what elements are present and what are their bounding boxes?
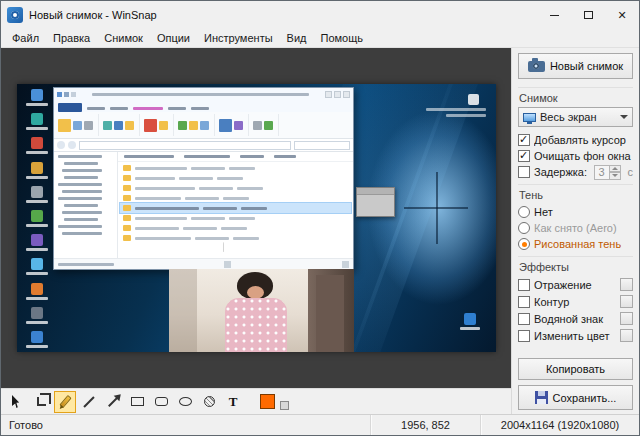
shadow-section: Тень Нет Как снято (Aero) Рисованная тен…	[518, 184, 633, 252]
rounded-rectangle-icon	[155, 397, 168, 406]
add-cursor-label: Добавлять курсор	[534, 134, 633, 146]
shadow-aero-row[interactable]: Как снято (Aero)	[518, 220, 633, 236]
tool-rectangle[interactable]	[126, 391, 148, 413]
monitor-icon	[523, 113, 536, 122]
menu-help[interactable]: Помощь	[313, 30, 370, 46]
explorer-window	[53, 87, 354, 270]
color-swatch	[260, 394, 275, 409]
desktop-icon	[26, 307, 48, 324]
small-gray-window	[356, 187, 395, 217]
text-icon	[229, 394, 238, 410]
blur-icon	[204, 396, 215, 407]
menu-view[interactable]: Вид	[280, 30, 314, 46]
crop-icon	[37, 397, 46, 406]
settings-panel: Новый снимок Снимок Весь экран Добавлять…	[511, 48, 639, 414]
rectangle-icon	[131, 397, 144, 406]
save-button[interactable]: Сохранить...	[518, 385, 633, 410]
tool-cursor[interactable]	[6, 391, 28, 413]
menu-capture[interactable]: Снимок	[97, 30, 150, 46]
desktop-icons	[21, 89, 53, 348]
shadow-section-title: Тень	[519, 189, 633, 201]
outline-label: Контур	[534, 296, 616, 308]
tool-rounded-rectangle[interactable]	[150, 391, 172, 413]
effect-watermark-row[interactable]: Водяной знак	[518, 310, 633, 327]
desktop-icon	[26, 162, 48, 179]
tool-text[interactable]	[222, 391, 244, 413]
menu-edit[interactable]: Правка	[46, 30, 97, 46]
spin-up-button[interactable]	[610, 165, 621, 173]
reflection-checkbox[interactable]	[518, 279, 530, 291]
capture-section: Снимок Весь экран Добавлять курсор Очища…	[518, 87, 633, 180]
menu-file[interactable]: Файл	[5, 30, 46, 46]
shadow-drawn-row[interactable]: Рисованная тень	[518, 236, 633, 252]
effect-reflection-row[interactable]: Отражение	[518, 276, 633, 293]
delay-spinner[interactable]: 3	[594, 165, 621, 180]
delay-checkbox[interactable]	[518, 166, 530, 178]
tool-blur[interactable]	[198, 391, 220, 413]
titlebar[interactable]: Новый снимок - WinSnap ✕	[1, 1, 639, 29]
delay-unit: с	[628, 166, 634, 178]
effects-section: Эффекты Отражение Контур Водяной знак	[518, 256, 633, 344]
watermark-label: Водяной знак	[534, 313, 616, 325]
shadow-drawn-radio[interactable]	[518, 238, 530, 250]
reflection-settings-button[interactable]	[620, 278, 633, 291]
shadow-none-row[interactable]: Нет	[518, 204, 633, 220]
tool-line[interactable]	[78, 391, 100, 413]
secondary-color-swatch[interactable]	[280, 401, 289, 410]
desktop-icon	[26, 89, 48, 106]
copy-button[interactable]: Копировать	[518, 358, 633, 380]
capture-section-title: Снимок	[519, 92, 633, 104]
tool-crop[interactable]	[30, 391, 52, 413]
colorize-settings-button[interactable]	[620, 329, 633, 342]
clear-background-row[interactable]: Очищать фон окна	[518, 148, 633, 164]
clear-background-checkbox[interactable]	[518, 150, 530, 162]
chevron-down-icon	[620, 115, 628, 119]
cursor-position: 1956, 852	[371, 415, 481, 435]
desktop-corner-note	[426, 94, 486, 117]
colorize-label: Изменить цвет	[534, 330, 616, 342]
add-cursor-checkbox[interactable]	[518, 134, 530, 146]
save-label: Сохранить...	[553, 392, 617, 404]
video-frame	[169, 269, 354, 352]
close-button[interactable]: ✕	[605, 1, 639, 29]
shadow-aero-radio[interactable]	[518, 222, 530, 234]
outline-settings-button[interactable]	[620, 295, 633, 308]
menu-options[interactable]: Опции	[150, 30, 197, 46]
effect-outline-row[interactable]: Контур	[518, 293, 633, 310]
maximize-button[interactable]	[571, 1, 605, 29]
desktop-icon	[26, 234, 48, 251]
outline-checkbox[interactable]	[518, 296, 530, 308]
editor-canvas[interactable]	[1, 48, 511, 388]
shadow-none-label: Нет	[534, 206, 633, 218]
colorize-checkbox[interactable]	[518, 330, 530, 342]
menu-tools[interactable]: Инструменты	[197, 30, 280, 46]
shadow-aero-label: Как снято (Aero)	[534, 222, 633, 234]
drawing-toolbar	[1, 388, 511, 414]
shadow-none-radio[interactable]	[518, 206, 530, 218]
capture-mode-dropdown[interactable]: Весь экран	[518, 107, 633, 127]
effect-colorize-row[interactable]: Изменить цвет	[518, 327, 633, 344]
watermark-settings-button[interactable]	[620, 312, 633, 325]
image-size: 2004x1164 (1920x1080)	[481, 415, 639, 435]
statusbar: Готово 1956, 852 2004x1164 (1920x1080)	[1, 414, 639, 435]
delay-row[interactable]: Задержка: 3 с	[518, 164, 633, 180]
watermark-checkbox[interactable]	[518, 313, 530, 325]
highlighter-icon	[59, 395, 71, 408]
tool-highlighter[interactable]	[54, 391, 76, 413]
desktop-icon	[26, 283, 48, 300]
add-cursor-row[interactable]: Добавлять курсор	[518, 132, 633, 148]
captured-screenshot[interactable]	[17, 84, 496, 352]
tool-arrow[interactable]	[102, 391, 124, 413]
spin-down-button[interactable]	[610, 172, 621, 180]
save-icon	[535, 391, 548, 404]
minimize-button[interactable]	[537, 1, 571, 29]
desktop-icon	[26, 186, 48, 203]
desktop-icon	[26, 210, 48, 227]
cursor-icon	[12, 395, 22, 408]
desktop-icon	[26, 258, 48, 275]
line-icon	[83, 396, 94, 407]
winsnap-window: Новый снимок - WinSnap ✕ Файл Правка Сни…	[0, 0, 640, 436]
color-swatch-button[interactable]	[256, 391, 278, 413]
new-snapshot-button[interactable]: Новый снимок	[518, 53, 633, 79]
tool-ellipse[interactable]	[174, 391, 196, 413]
